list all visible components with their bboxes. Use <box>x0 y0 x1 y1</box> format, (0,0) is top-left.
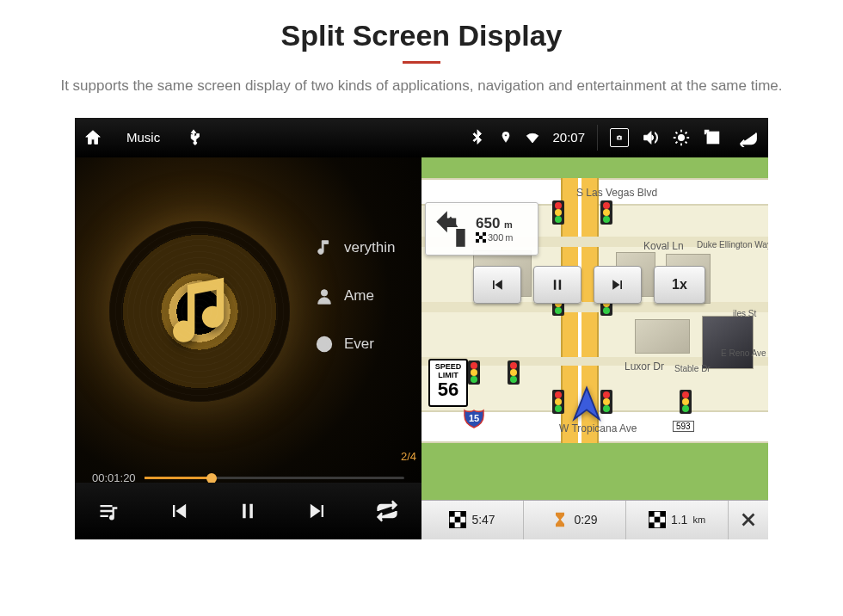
track-list: verythin Ame Ever <box>315 238 422 354</box>
person-icon <box>315 286 334 305</box>
route-prev-button[interactable] <box>473 266 521 304</box>
svg-rect-21 <box>655 517 661 523</box>
svg-rect-15 <box>455 517 461 523</box>
back-icon[interactable] <box>734 128 760 147</box>
route-pause-button[interactable] <box>533 266 581 304</box>
speed-limit-value: 56 <box>430 379 466 400</box>
travel-time-value: 0:29 <box>574 513 597 527</box>
track-counter: 2/4 <box>401 450 416 463</box>
turn-sub-distance: 300 <box>488 232 503 243</box>
speed-limit-sign: SPEED LIMIT 56 <box>428 359 468 407</box>
svg-rect-22 <box>649 522 655 528</box>
traffic-light-icon <box>680 390 692 414</box>
street-label: S Las Vegas Blvd <box>576 187 657 199</box>
turn-distance-unit: m <box>504 219 513 230</box>
route-playback-controls: 1x <box>473 266 742 305</box>
highway-shield-icon: 15 <box>463 407 485 429</box>
distance-value: 1.1 <box>671 513 687 527</box>
traffic-light-icon <box>468 360 480 385</box>
previous-button[interactable] <box>162 494 196 528</box>
track-title: verythin <box>344 239 396 256</box>
route-info-bar: 5:47 0:29 1.1 km <box>422 500 768 539</box>
map-canvas[interactable]: S Las Vegas Blvd Koval Ln Duke Ellington… <box>422 157 768 500</box>
track-row[interactable]: verythin <box>315 238 422 257</box>
music-controls <box>75 483 422 539</box>
svg-point-4 <box>323 342 326 346</box>
recent-apps-icon[interactable] <box>703 128 722 147</box>
svg-point-2 <box>321 289 327 295</box>
svg-rect-19 <box>649 511 655 517</box>
map-pane[interactable]: S Las Vegas Blvd Koval Ln Duke Ellington… <box>422 118 768 539</box>
repeat-button[interactable] <box>370 494 404 528</box>
volume-icon[interactable] <box>641 128 660 147</box>
title-underline <box>403 61 440 64</box>
street-label: Koval Ln <box>643 240 684 252</box>
track-album: Ever <box>344 336 374 353</box>
device-screen: Music 20:07 <box>75 118 768 539</box>
location-icon <box>499 128 513 147</box>
distance-cell[interactable]: 1.1 km <box>626 501 729 539</box>
pause-button[interactable] <box>231 494 265 528</box>
svg-rect-10 <box>476 239 479 243</box>
exit-badge: 593 <box>673 421 694 432</box>
travel-time-cell[interactable]: 0:29 <box>524 501 626 539</box>
usb-icon <box>184 128 203 147</box>
svg-rect-23 <box>660 522 666 528</box>
statusbar-time: 20:07 <box>552 130 585 145</box>
track-artist: Ame <box>344 287 374 305</box>
brightness-icon[interactable] <box>672 128 691 147</box>
svg-rect-9 <box>479 236 483 239</box>
svg-rect-7 <box>476 232 479 236</box>
playlist-button[interactable] <box>92 494 126 528</box>
distance-unit: km <box>692 514 705 525</box>
svg-text:15: 15 <box>469 413 479 423</box>
page-title: Split Screen Display <box>0 0 843 52</box>
next-button[interactable] <box>300 494 335 528</box>
turn-sub-unit: m <box>505 232 513 243</box>
traffic-light-icon <box>600 200 612 225</box>
turn-distance: 650 <box>476 215 500 231</box>
album-art-disc[interactable] <box>109 221 290 402</box>
svg-rect-16 <box>449 522 455 528</box>
street-label: iles St <box>733 309 756 318</box>
traffic-light-icon <box>508 360 520 385</box>
current-position-icon <box>568 385 606 422</box>
bluetooth-icon <box>468 128 487 147</box>
wifi-icon <box>525 128 540 147</box>
eta-value: 5:47 <box>471 513 495 527</box>
svg-rect-1 <box>708 132 719 143</box>
svg-rect-14 <box>461 511 467 517</box>
destination-flag-icon <box>476 232 486 243</box>
svg-rect-20 <box>660 511 666 517</box>
status-bar: Music 20:07 <box>75 118 768 157</box>
street-label: Stable Dr <box>674 364 711 373</box>
turn-instruction[interactable]: 650 m 300 m <box>425 202 538 256</box>
route-speed-button[interactable]: 1x <box>654 266 705 304</box>
svg-point-0 <box>678 134 684 140</box>
disc-icon <box>315 335 334 354</box>
home-icon[interactable] <box>83 128 102 147</box>
eta-cell[interactable]: 5:47 <box>422 501 524 539</box>
svg-rect-13 <box>449 511 455 517</box>
svg-rect-11 <box>483 239 486 243</box>
music-pane: verythin Ame Ever 2/4 00:01:20 <box>75 118 422 539</box>
page-subtitle: It supports the same screen display of t… <box>52 76 791 97</box>
track-row[interactable]: Ame <box>315 286 422 305</box>
hourglass-icon <box>551 511 569 528</box>
svg-rect-8 <box>483 232 486 236</box>
svg-rect-17 <box>461 522 467 528</box>
track-row[interactable]: Ever <box>315 335 422 354</box>
music-note-icon <box>161 273 238 350</box>
close-route-button[interactable] <box>729 501 768 539</box>
street-label: W Tropicana Ave <box>559 422 637 434</box>
seek-bar[interactable] <box>145 477 404 479</box>
traffic-light-icon <box>552 390 564 414</box>
destination-flag-icon <box>649 511 666 528</box>
route-next-button[interactable] <box>594 266 642 304</box>
music-note-icon <box>315 238 334 257</box>
screenshot-icon[interactable] <box>610 128 629 147</box>
street-label: E Reno Ave <box>721 348 766 358</box>
statusbar-app-label: Music <box>126 130 160 145</box>
street-label: Duke Ellington Way <box>697 240 768 249</box>
turn-left-icon <box>429 207 472 250</box>
